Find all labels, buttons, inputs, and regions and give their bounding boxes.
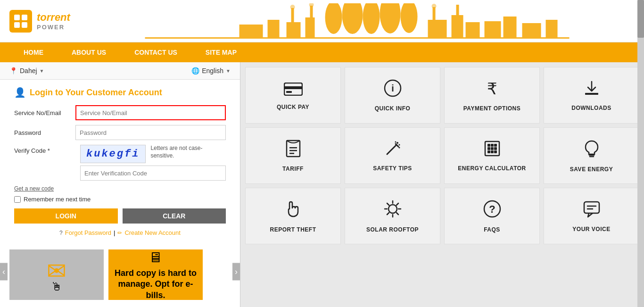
clear-button[interactable]: CLEAR xyxy=(123,208,226,224)
voice-label: YOUR VOICE xyxy=(572,226,610,232)
grid-item-calculator[interactable]: ENERGY CALCULATOR xyxy=(444,127,540,184)
scrollbar-thumb[interactable] xyxy=(637,0,644,38)
right-panel: QUICK PAY i QUICK INFO ₹ PAYMENT OPTIONS xyxy=(240,62,644,307)
svg-line-65 xyxy=(387,213,389,215)
svg-line-39 xyxy=(387,145,396,154)
svg-rect-37 xyxy=(289,150,297,151)
safety-label: SAFETY TIPS xyxy=(373,165,412,172)
svg-rect-14 xyxy=(291,8,294,22)
pencil-icon: ✏ xyxy=(117,230,122,236)
create-account-link[interactable]: Create New Account xyxy=(124,229,181,236)
svg-point-8 xyxy=(400,3,417,33)
grid-item-payment[interactable]: ₹ PAYMENT OPTIONS xyxy=(444,67,540,124)
svg-rect-12 xyxy=(451,15,463,39)
svg-rect-24 xyxy=(484,21,501,39)
svg-rect-38 xyxy=(289,153,294,154)
login-button[interactable]: LOGIN xyxy=(14,208,118,224)
banner-prev-button[interactable]: ‹ xyxy=(0,263,8,281)
banner-slide-email: ✉ 🖱 xyxy=(9,249,104,300)
svg-rect-29 xyxy=(284,86,302,89)
password-label: Password xyxy=(14,129,75,136)
svg-rect-53 xyxy=(491,150,494,153)
grid-item-voice[interactable]: YOUR VOICE xyxy=(544,188,639,244)
download-icon xyxy=(583,80,600,101)
scrollbar[interactable] xyxy=(637,0,644,307)
quick-info-label: QUICK INFO xyxy=(375,105,411,112)
forgot-password-link[interactable]: Forgot Password xyxy=(65,229,111,236)
wand-icon xyxy=(384,140,401,161)
speech-bubble-icon xyxy=(582,200,601,222)
skyline-svg xyxy=(80,3,635,39)
nav-bar: HOME ABOUT US CONTACT US SITE MAP xyxy=(0,42,644,62)
left-panel: 📍 Dahej ▼ 🌐 English ▼ 👤 Login to Your Cu… xyxy=(0,62,240,307)
verify-code-input[interactable] xyxy=(80,166,226,181)
nav-about[interactable]: ABOUT US xyxy=(58,42,120,62)
save-energy-label: SAVE ENERGY xyxy=(570,166,613,173)
grid-item-safety[interactable]: SAFETY TIPS xyxy=(345,127,440,184)
banner-slide-ebills: 🖥 Hard copy is hard to manage. Opt for e… xyxy=(108,249,203,300)
svg-rect-2 xyxy=(14,22,20,28)
grid-item-quick-pay[interactable]: QUICK PAY xyxy=(245,67,341,124)
nav-sitemap[interactable]: SITE MAP xyxy=(191,42,251,62)
svg-rect-0 xyxy=(14,15,20,20)
svg-line-62 xyxy=(387,203,389,205)
svg-text:i: i xyxy=(391,83,394,93)
forgot-icon: ? xyxy=(59,230,63,236)
location-pin-icon: 📍 xyxy=(9,67,17,75)
login-section: 👤 Login to Your Customer Account Service… xyxy=(0,80,240,243)
grid-item-quick-info[interactable]: i QUICK INFO xyxy=(345,67,440,124)
svg-rect-46 xyxy=(487,144,490,147)
banner-next-button[interactable]: › xyxy=(232,263,240,281)
svg-point-19 xyxy=(309,3,314,7)
svg-text:₹: ₹ xyxy=(487,80,497,97)
bulb-icon xyxy=(583,139,600,162)
language-name[interactable]: English xyxy=(202,67,223,75)
grid-item-faqs[interactable]: ? FAQS xyxy=(444,188,540,244)
grid-item-solar[interactable]: SOLAR ROOFTOP xyxy=(345,188,440,244)
captcha-hint: Letters are not case- sensitive. xyxy=(150,145,202,159)
payment-label: PAYMENT OPTIONS xyxy=(463,105,521,112)
remember-label: Remember me next time xyxy=(24,196,91,203)
city-name[interactable]: Dahej xyxy=(20,67,37,75)
svg-rect-13 xyxy=(465,22,479,39)
services-grid: QUICK PAY i QUICK INFO ₹ PAYMENT OPTIONS xyxy=(245,67,639,244)
calculator-grid-icon xyxy=(484,140,501,161)
new-code-link[interactable]: Get a new code xyxy=(14,185,226,192)
mouse-icon: 🖱 xyxy=(51,280,62,293)
svg-point-18 xyxy=(290,5,295,9)
password-input[interactable] xyxy=(75,125,226,140)
location-selector[interactable]: 📍 Dahej ▼ xyxy=(9,67,44,75)
service-label: Service No/Email xyxy=(14,109,75,116)
grid-item-downloads[interactable]: DOWNLOADS xyxy=(544,67,639,124)
book-icon xyxy=(285,140,302,162)
solar-label: SOLAR ROOFTOP xyxy=(366,226,419,233)
grid-item-tariff[interactable]: TARIFF xyxy=(245,127,341,184)
nav-home[interactable]: HOME xyxy=(9,42,58,62)
nav-contact[interactable]: CONTACT US xyxy=(120,42,191,62)
svg-rect-51 xyxy=(494,147,497,150)
quick-pay-label: QUICK PAY xyxy=(277,104,309,110)
rupee-icon: ₹ xyxy=(484,79,501,101)
svg-point-42 xyxy=(398,144,400,145)
grid-item-save-energy[interactable]: SAVE ENERGY xyxy=(544,127,639,184)
language-selector[interactable]: 🌐 English ▼ xyxy=(191,67,231,75)
monitor-icon: 🖥 xyxy=(149,249,163,266)
svg-rect-9 xyxy=(286,22,300,39)
logo-icon xyxy=(9,10,32,33)
user-icon: 👤 xyxy=(14,87,26,98)
svg-rect-34 xyxy=(585,93,598,95)
svg-rect-11 xyxy=(428,20,446,39)
remember-checkbox[interactable] xyxy=(14,196,21,203)
captcha-right: kukegfi Letters are not case- sensitive. xyxy=(80,145,226,181)
captcha-image: kukegfi xyxy=(80,145,146,163)
grid-item-theft[interactable]: REPORT THEFT xyxy=(245,188,341,244)
svg-rect-17 xyxy=(456,5,459,15)
service-input[interactable] xyxy=(75,105,226,120)
city-chevron-icon: ▼ xyxy=(40,68,44,74)
lang-chevron-icon: ▼ xyxy=(226,68,231,74)
sun-icon xyxy=(383,199,402,223)
svg-rect-22 xyxy=(239,25,263,39)
main-content: 📍 Dahej ▼ 🌐 English ▼ 👤 Login to Your Cu… xyxy=(0,62,644,307)
svg-rect-68 xyxy=(584,202,599,213)
location-bar: 📍 Dahej ▼ 🌐 English ▼ xyxy=(0,62,240,80)
